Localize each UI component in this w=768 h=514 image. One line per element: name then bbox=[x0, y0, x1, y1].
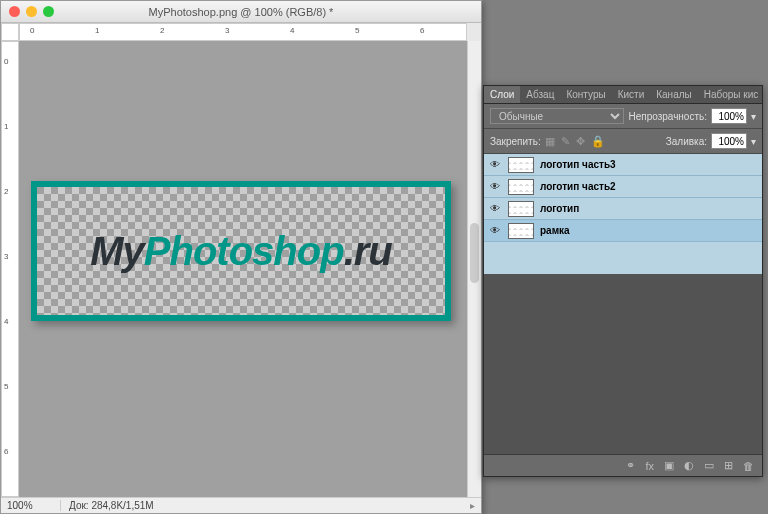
panel-footer: ⚭ fx ▣ ◐ ▭ ⊞ 🗑 bbox=[484, 454, 762, 476]
new-layer-icon[interactable]: ⊞ bbox=[724, 459, 733, 472]
scroll-thumb[interactable] bbox=[470, 223, 479, 283]
layer-name[interactable]: логотип часть2 bbox=[540, 181, 616, 192]
lock-pixels-icon[interactable]: ✎ bbox=[561, 135, 570, 148]
logo-part1: My bbox=[90, 229, 144, 273]
lock-all-icon[interactable]: 🔒 bbox=[591, 135, 605, 148]
layer-thumbnail[interactable] bbox=[508, 157, 534, 173]
title-bar[interactable]: MyPhotoshop.png @ 100% (RGB/8) * bbox=[1, 1, 481, 23]
layer-name[interactable]: рамка bbox=[540, 225, 570, 236]
layer-row[interactable]: 👁 логотип часть2 bbox=[484, 176, 762, 198]
opacity-label: Непрозрачность: bbox=[628, 111, 707, 122]
tab-paragraph[interactable]: Абзац bbox=[520, 86, 560, 103]
link-layers-icon[interactable]: ⚭ bbox=[626, 459, 635, 472]
fill-input[interactable] bbox=[711, 133, 747, 149]
visibility-icon[interactable]: 👁 bbox=[488, 203, 502, 214]
window-controls bbox=[9, 6, 54, 17]
tab-layers[interactable]: Слои bbox=[484, 86, 520, 103]
status-flyout-icon[interactable]: ▸ bbox=[464, 500, 481, 511]
layer-mask-icon[interactable]: ▣ bbox=[664, 459, 674, 472]
layer-row[interactable]: 👁 логотип bbox=[484, 198, 762, 220]
tab-brush-presets[interactable]: Наборы кис bbox=[698, 86, 762, 103]
layer-name[interactable]: логотип часть3 bbox=[540, 159, 616, 170]
maximize-icon[interactable] bbox=[43, 6, 54, 17]
minimize-icon[interactable] bbox=[26, 6, 37, 17]
layers-panel: Слои Абзац Контуры Кисти Каналы Наборы к… bbox=[483, 85, 763, 477]
lock-transparency-icon[interactable]: ▦ bbox=[545, 135, 555, 148]
panel-tabs: Слои Абзац Контуры Кисти Каналы Наборы к… bbox=[484, 86, 762, 104]
window-title: MyPhotoshop.png @ 100% (RGB/8) * bbox=[1, 6, 481, 18]
status-bar: 100% Док: 284,8K/1,51M ▸ bbox=[1, 497, 481, 513]
lock-position-icon[interactable]: ✥ bbox=[576, 135, 585, 148]
layer-thumbnail[interactable] bbox=[508, 179, 534, 195]
doc-size-info[interactable]: Док: 284,8K/1,51M bbox=[61, 500, 162, 511]
fill-label: Заливка: bbox=[666, 136, 707, 147]
close-icon[interactable] bbox=[9, 6, 20, 17]
delete-layer-icon[interactable]: 🗑 bbox=[743, 460, 754, 472]
blend-mode-select[interactable]: Обычные bbox=[490, 108, 624, 124]
layer-thumbnail[interactable] bbox=[508, 201, 534, 217]
layer-thumbnail[interactable] bbox=[508, 223, 534, 239]
new-group-icon[interactable]: ▭ bbox=[704, 459, 714, 472]
lock-label: Закрепить: bbox=[490, 136, 541, 147]
adjustment-layer-icon[interactable]: ◐ bbox=[684, 459, 694, 472]
layer-list: 👁 логотип часть3 👁 логотип часть2 👁 лого… bbox=[484, 154, 762, 274]
ruler-horizontal[interactable]: 0 1 2 3 4 5 6 bbox=[19, 23, 467, 41]
layer-row[interactable]: 👁 рамка bbox=[484, 220, 762, 242]
document-window: MyPhotoshop.png @ 100% (RGB/8) * 0 1 2 3… bbox=[0, 0, 482, 514]
blend-row: Обычные Непрозрачность: ▾ bbox=[484, 104, 762, 129]
scrollbar-vertical[interactable] bbox=[467, 41, 481, 497]
zoom-field[interactable]: 100% bbox=[1, 500, 61, 511]
visibility-icon[interactable]: 👁 bbox=[488, 159, 502, 170]
lock-row: Закрепить: ▦ ✎ ✥ 🔒 Заливка: ▾ bbox=[484, 129, 762, 154]
visibility-icon[interactable]: 👁 bbox=[488, 225, 502, 236]
logo-part2: Photoshop bbox=[144, 229, 344, 273]
layer-style-icon[interactable]: fx bbox=[645, 460, 654, 472]
lock-icons: ▦ ✎ ✥ 🔒 bbox=[545, 135, 605, 148]
tab-channels[interactable]: Каналы bbox=[650, 86, 698, 103]
layer-row[interactable]: 👁 логотип часть3 bbox=[484, 154, 762, 176]
opacity-input[interactable] bbox=[711, 108, 747, 124]
ruler-vertical[interactable]: 0 1 2 3 4 5 6 bbox=[1, 41, 19, 497]
artwork-frame: MyPhotoshop.ru bbox=[31, 181, 451, 321]
tab-paths[interactable]: Контуры bbox=[560, 86, 611, 103]
logo-text: MyPhotoshop.ru bbox=[90, 229, 392, 274]
opacity-flyout-icon[interactable]: ▾ bbox=[751, 111, 756, 122]
fill-flyout-icon[interactable]: ▾ bbox=[751, 136, 756, 147]
tab-brushes[interactable]: Кисти bbox=[612, 86, 651, 103]
canvas[interactable]: MyPhotoshop.ru bbox=[19, 41, 467, 497]
layer-name[interactable]: логотип bbox=[540, 203, 579, 214]
ruler-origin[interactable] bbox=[1, 23, 19, 41]
visibility-icon[interactable]: 👁 bbox=[488, 181, 502, 192]
logo-part3: .ru bbox=[344, 229, 392, 273]
